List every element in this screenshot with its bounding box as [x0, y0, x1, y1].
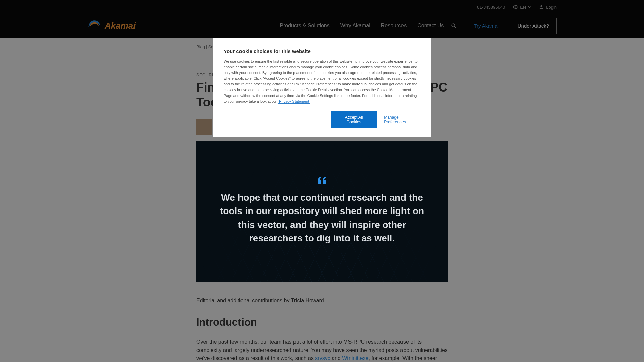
quote-icon	[318, 177, 326, 184]
dialog-heading: Your cookie choices for this website	[224, 48, 420, 54]
privacy-statement-link[interactable]: Privacy Statement	[278, 99, 310, 104]
manage-preferences-link[interactable]: Manage Preferences	[384, 115, 420, 124]
hero-quote-text: We hope that our continued research and …	[216, 191, 428, 245]
dialog-body: We use cookies to ensure the fast reliab…	[224, 59, 420, 104]
dialog-actions: Accept All Cookies Manage Preferences	[224, 111, 420, 128]
accept-cookies-button[interactable]: Accept All Cookies	[331, 111, 377, 128]
cookie-dialog: Your cookie choices for this website We …	[213, 38, 431, 137]
